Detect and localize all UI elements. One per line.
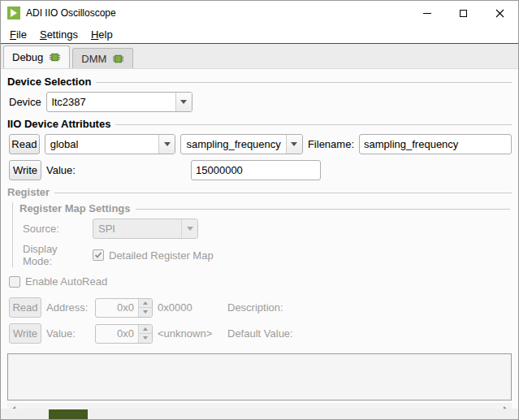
attr-write-button[interactable]: Write (9, 160, 41, 180)
bottom-strip (1, 409, 518, 419)
chevron-down-icon (175, 93, 192, 111)
scope-combobox[interactable]: global (45, 134, 176, 154)
source-combobox[interactable]: SPI (93, 219, 198, 239)
device-combobox[interactable]: ltc2387 (46, 92, 192, 112)
filename-label: Filename: (308, 138, 354, 150)
minimize-button[interactable] (409, 1, 445, 25)
spin-up-button[interactable] (139, 325, 152, 334)
value-unknown-label: <unknown> (158, 327, 223, 340)
default-value-label: Default Value: (227, 327, 293, 340)
tabstrip: Debug DMM (1, 44, 518, 69)
arrow-up-icon (143, 327, 148, 331)
menu-item-file[interactable]: File (3, 27, 33, 42)
chevron-down-icon (158, 135, 175, 154)
register-value-spinbox[interactable]: 0x0 (95, 324, 153, 344)
attr-value-label: Value: (46, 164, 186, 176)
maximize-button[interactable] (445, 1, 482, 25)
register-map-settings-frame: Register Map Settings Source: SPI Displa… (12, 202, 512, 267)
chip-icon (112, 53, 124, 65)
frame-divider (136, 209, 510, 210)
spin-up-button[interactable] (139, 299, 152, 308)
chevron-down-icon (286, 135, 302, 154)
arrow-down-icon (143, 336, 148, 340)
frame-divider (96, 82, 512, 83)
tab-dmm[interactable]: DMM (72, 48, 133, 68)
display-mode-option-label: Detailed Register Map (109, 249, 214, 262)
device-selection-frame: Device Selection Device ltc2387 (6, 76, 513, 112)
arrow-up-icon (143, 301, 148, 305)
address-spinbox[interactable]: 0x0 (95, 298, 153, 318)
frame-divider (54, 193, 512, 193)
bottom-green-box (49, 409, 88, 419)
menu-item-settings[interactable]: Settings (33, 27, 84, 42)
display-mode-checkbox[interactable] (93, 249, 104, 261)
autoread-label: Enable AutoRead (25, 275, 107, 288)
register-map-settings-title: Register Map Settings (19, 202, 136, 214)
arrow-down-icon (143, 310, 148, 314)
close-icon (495, 9, 504, 18)
address-spinbox-value: 0x0 (96, 299, 138, 317)
register-value-label: Value: (46, 327, 90, 340)
register-title: Register (7, 186, 54, 198)
display-mode-label: Display Mode: (23, 243, 88, 267)
register-value-spinbox-value: 0x0 (96, 325, 138, 343)
attribute-combobox-value: sampling_frequency (181, 138, 285, 150)
app-window: { "window": { "title": "ADI IIO Oscillos… (0, 0, 519, 420)
window-controls (409, 1, 518, 25)
chip-icon (49, 51, 61, 63)
tab-dmm-label: DMM (81, 53, 106, 65)
spin-down-button[interactable] (139, 333, 152, 343)
debug-panel: Device Selection Device ltc2387 IIO Devi… (1, 69, 518, 415)
minimize-icon (423, 13, 431, 14)
iio-attributes-frame: IIO Device Attributes Read global sampli… (6, 118, 513, 180)
attr-value-input[interactable] (191, 160, 321, 180)
tab-debug[interactable]: Debug (3, 45, 70, 68)
register-read-button[interactable]: Read (9, 297, 41, 318)
source-label: Source: (23, 223, 88, 235)
window-title: ADI IIO Oscilloscope (26, 7, 116, 19)
iio-attributes-title: IIO Device Attributes (7, 118, 115, 130)
register-write-button[interactable]: Write (9, 323, 41, 344)
attr-read-button[interactable]: Read (9, 134, 40, 154)
description-label: Description: (227, 301, 283, 314)
source-combobox-value: SPI (93, 223, 181, 235)
device-combobox-value: ltc2387 (47, 96, 175, 108)
autoread-checkbox[interactable] (9, 276, 20, 288)
tab-debug-label: Debug (12, 51, 43, 63)
menu-item-help[interactable]: Help (84, 27, 119, 42)
check-icon (94, 251, 102, 259)
device-label: Device (9, 96, 41, 108)
address-label: Address: (46, 301, 90, 314)
spin-buttons (138, 325, 152, 343)
chevron-down-icon (181, 219, 197, 238)
spin-down-button[interactable] (139, 307, 152, 317)
menubar: File Settings Help (1, 25, 518, 44)
spin-buttons (138, 299, 152, 317)
register-frame: Register Register Map Settings Source: S… (6, 186, 513, 415)
address-hex-label: 0x0000 (158, 301, 223, 314)
register-description-box (7, 353, 512, 401)
maximize-icon (460, 10, 467, 17)
scope-combobox-value: global (45, 138, 159, 150)
attribute-combobox[interactable]: sampling_frequency (180, 134, 302, 154)
titlebar: ADI IIO Oscilloscope (1, 1, 518, 25)
device-selection-title: Device Selection (7, 76, 96, 88)
filename-input[interactable] (359, 134, 512, 154)
close-button[interactable] (482, 1, 518, 25)
frame-divider (115, 124, 512, 125)
adi-logo-icon (7, 6, 20, 19)
